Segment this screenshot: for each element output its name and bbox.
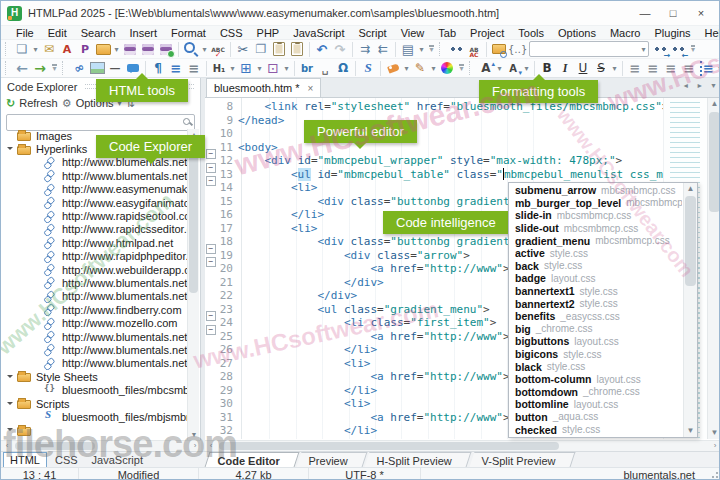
code-line[interactable]: 9</head> (205, 114, 665, 128)
code-text[interactable]: </div> (238, 276, 384, 290)
autocomplete-item[interactable]: bannertext1style.css (515, 285, 682, 298)
dropdown-arrow-icon[interactable] (610, 60, 619, 77)
code-braces-button[interactable] (508, 41, 527, 58)
search-button[interactable] (182, 41, 200, 58)
dropdown-arrow-icon[interactable] (522, 60, 531, 77)
menu-item[interactable]: Macro (603, 27, 648, 39)
paste-button[interactable] (270, 41, 288, 58)
code-text[interactable]: <link rel="stylesheet" href="bluesmooth_… (238, 100, 669, 114)
minimize-button[interactable]: — (631, 4, 659, 22)
tree-item[interactable]: http://www.rapidcsseditor.com (1, 223, 188, 236)
save-all-button[interactable] (139, 41, 157, 58)
code-text[interactable]: <ul class="gradient_menu"> (238, 303, 490, 317)
tree-item[interactable]: bluesmooth_files/mbcsmbmcp.css (1, 383, 188, 396)
insert-nbsp-button[interactable] (316, 60, 334, 77)
navigate-forward-button[interactable] (31, 60, 49, 77)
code-text[interactable]: <div id="mbmcpebul_wrapper" style="max-w… (238, 154, 622, 168)
search-combobox[interactable] (529, 41, 649, 57)
menu-item[interactable]: Plugins (647, 27, 697, 39)
insert-table-button[interactable] (237, 60, 255, 77)
autocomplete-item[interactable]: blackstyle.css (515, 360, 682, 373)
editor-vertical-scrollbar[interactable]: ▲ ▼ (707, 98, 720, 439)
new-document-button[interactable] (13, 41, 31, 58)
menu-item[interactable]: File (9, 27, 41, 39)
tree-item[interactable]: http://www.findberry.com (1, 303, 188, 316)
code-line[interactable]: 11<body> (205, 141, 665, 155)
tree-item[interactable]: http://www.rapidphpeditor.com (1, 250, 188, 263)
editor-view-tab[interactable]: Code Editor (205, 452, 300, 467)
close-button[interactable]: × (687, 4, 715, 22)
code-text[interactable]: <li> (238, 181, 317, 195)
indent-button[interactable] (356, 41, 374, 58)
menu-item[interactable]: Script (352, 27, 394, 39)
new-php-document-button[interactable] (76, 41, 94, 58)
refresh-button[interactable]: Refresh (19, 97, 58, 109)
numbered-list-button[interactable] (185, 60, 203, 77)
code-text[interactable]: </div> (238, 289, 357, 303)
code-text[interactable]: </li> (238, 343, 377, 357)
sidebar-mode-tab[interactable]: JavaScript (86, 453, 149, 467)
scrollbar-thumb[interactable] (219, 442, 559, 450)
menu-item[interactable]: PHP (250, 27, 287, 39)
outdent-button[interactable] (374, 41, 392, 58)
tree-item[interactable]: http://www.blumentals.net/scrfacto (1, 276, 188, 289)
autocomplete-item[interactable]: slide-outmbcsmbmcp.css (515, 222, 682, 235)
editor-view-tab[interactable]: H-Split Preview (365, 452, 472, 467)
menu-item[interactable]: Insert (123, 27, 165, 39)
insert-br-button[interactable] (298, 60, 316, 77)
align-left-button[interactable] (626, 60, 644, 77)
align-right-button[interactable] (662, 60, 680, 77)
popup-scrollbar[interactable]: ▲ ▼ (683, 183, 697, 437)
autocomplete-item[interactable]: big_chrome.css (515, 323, 682, 336)
menu-item[interactable]: Format (164, 27, 213, 39)
dropdown-arrow-icon[interactable] (402, 60, 411, 77)
toolbar-overflow-button[interactable] (456, 60, 467, 77)
italic-button[interactable] (556, 60, 574, 77)
tree-item[interactable]: http://www.blumentals.net/scrwon (1, 290, 188, 303)
code-text[interactable]: <li> (238, 357, 370, 371)
autocomplete-item[interactable]: mb_burger_top_levelmbcsmbmcp.css (515, 197, 682, 210)
dropdown-arrow-icon[interactable] (112, 41, 121, 58)
tree-item[interactable]: http://www.blumentals.net/downlo (1, 330, 188, 343)
menu-item[interactable]: CSS (213, 27, 250, 39)
undo-button[interactable] (313, 41, 331, 58)
toolbar-overflow-button[interactable] (426, 41, 437, 58)
autocomplete-item[interactable]: bottom-columnlayout.css (515, 373, 682, 386)
tree-item[interactable]: http://www.blumentals.net/suppor (1, 357, 188, 370)
tree-item[interactable]: http://www.htmlpad.net (1, 236, 188, 249)
code-text[interactable]: <div class="arrow"> (238, 249, 470, 263)
editor-horizontal-scrollbar[interactable]: ‹ › (205, 440, 720, 451)
navigate-back-button[interactable] (13, 60, 31, 77)
code-line[interactable]: 10 (205, 127, 665, 141)
new-email-template-button[interactable] (40, 41, 58, 58)
cut-button[interactable] (234, 41, 252, 58)
insert-form-button[interactable] (264, 60, 282, 77)
align-justify-button[interactable] (680, 60, 698, 77)
dropdown-arrow-icon[interactable] (495, 60, 504, 77)
list-style-button[interactable] (698, 60, 716, 77)
insert-hr-button[interactable] (106, 60, 124, 77)
code-text[interactable]: <ul id="mbmcpebul_table" class="mbmcpebu… (238, 168, 683, 182)
bullet-list-button[interactable] (167, 60, 185, 77)
autocomplete-item[interactable]: checkedstyle.css (515, 423, 682, 436)
menu-item[interactable]: Help (698, 27, 720, 39)
code-text[interactable]: <a href="http://www"> (238, 330, 510, 344)
scroll-up-arrow[interactable]: ▲ (684, 183, 697, 195)
save-as-button[interactable] (157, 41, 175, 58)
menu-item[interactable]: View (394, 27, 432, 39)
scrollbar-thumb[interactable] (709, 112, 720, 212)
tree-item[interactable]: http://www.easygifanimator.net (1, 196, 188, 209)
dropdown-arrow-icon[interactable] (429, 60, 438, 77)
code-text[interactable]: <li class="first_item"> (238, 316, 496, 330)
increase-font-button[interactable] (477, 60, 495, 77)
find-previous-button[interactable] (669, 41, 687, 58)
tab-scroll-right-icon[interactable]: ► (696, 82, 703, 89)
new-html-document-button[interactable] (58, 41, 76, 58)
document-tab[interactable]: bluesmooth.htm * × (206, 78, 321, 97)
scrollbar-thumb[interactable] (685, 196, 696, 286)
tree-item[interactable]: http://www.webuilderapp.com (1, 263, 188, 276)
sidebar-horizontal-scrollbar[interactable]: ‹ › (1, 440, 201, 451)
tree-item[interactable] (1, 424, 188, 437)
tree-item[interactable]: http://www.mozello.com (1, 316, 188, 329)
insert-link-button[interactable] (70, 60, 88, 77)
